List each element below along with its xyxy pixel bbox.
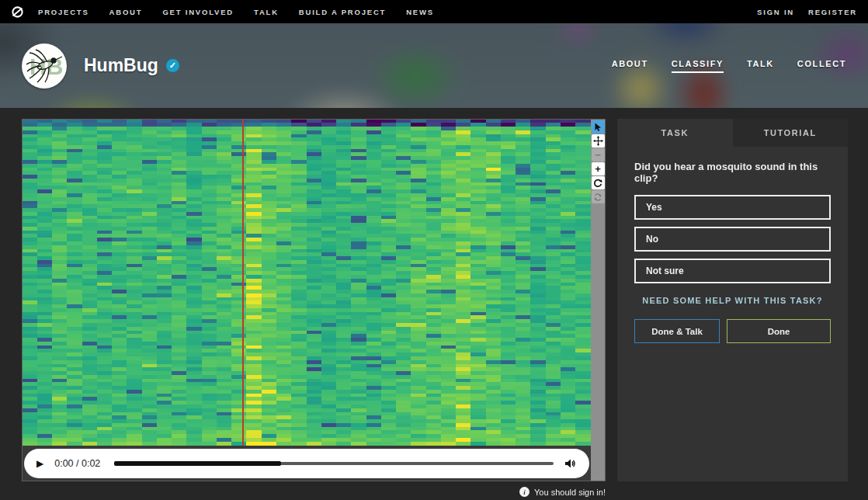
zooniverse-logo-icon[interactable] <box>11 5 24 19</box>
done-button[interactable]: Done <box>727 319 831 343</box>
project-nav: ABOUT CLASSIFY TALK COLLECT <box>612 59 846 73</box>
topbar-nav: PROJECTS ABOUT GET INVOLVED TALK BUILD A… <box>38 8 434 16</box>
tool-pan-button[interactable] <box>592 134 605 148</box>
volume-icon[interactable] <box>564 458 577 469</box>
project-nav-collect[interactable]: COLLECT <box>797 59 846 73</box>
tool-reset-button[interactable] <box>592 190 605 203</box>
audio-progress-fill <box>114 461 281 466</box>
project-nav-about[interactable]: ABOUT <box>612 59 648 73</box>
topbar-item-projects[interactable]: PROJECTS <box>38 8 89 16</box>
audio-progress-bar[interactable] <box>114 462 554 465</box>
audio-player-strip: ▶ 0:00 / 0:02 <box>23 446 591 481</box>
project-title: HumBug <box>84 55 158 76</box>
verified-badge-icon: ✓ <box>166 59 179 72</box>
done-and-talk-button[interactable]: Done & Talk <box>634 319 720 343</box>
task-panel: TASK TUTORIAL Did you hear a mosquito so… <box>617 119 848 481</box>
tab-task[interactable]: TASK <box>617 119 733 147</box>
topbar-item-news[interactable]: NEWS <box>406 8 434 16</box>
spectrogram-canvas[interactable] <box>23 120 591 446</box>
sign-in-note: i You should sign in! <box>22 487 606 497</box>
subject-viewer: ▶ 0:00 / 0:02 <box>22 119 606 481</box>
task-help-link[interactable]: NEED SOME HELP WITH THIS TASK? <box>634 296 831 305</box>
topbar-account-links: SIGN IN REGISTER <box>757 8 857 16</box>
answer-button-not-sure[interactable]: Not sure <box>634 259 831 283</box>
topbar-item-get-involved[interactable]: GET INVOLVED <box>162 8 234 16</box>
topbar-item-talk[interactable]: TALK <box>254 8 279 16</box>
project-banner: HB HumBug ✓ ABOUT CLASSIFY TA <box>0 23 868 108</box>
top-navigation-bar: PROJECTS ABOUT GET INVOLVED TALK BUILD A… <box>0 0 868 23</box>
image-toolbar: − + <box>591 120 605 481</box>
task-question: Did you hear a mosquito sound in this cl… <box>634 161 831 184</box>
tool-rotate-button[interactable] <box>592 176 605 189</box>
tab-tutorial[interactable]: TUTORIAL <box>733 119 849 147</box>
topbar-item-build-a-project[interactable]: BUILD A PROJECT <box>299 8 386 16</box>
register-link[interactable]: REGISTER <box>808 8 857 16</box>
audio-player: ▶ 0:00 / 0:02 <box>24 449 589 478</box>
project-nav-talk[interactable]: TALK <box>747 59 774 73</box>
answer-button-yes[interactable]: Yes <box>634 195 831 220</box>
info-icon: i <box>519 487 529 497</box>
tool-pointer-button[interactable] <box>592 120 605 134</box>
answer-button-no[interactable]: No <box>634 227 831 252</box>
play-button[interactable]: ▶ <box>36 459 43 468</box>
project-nav-classify[interactable]: CLASSIFY <box>672 59 724 73</box>
sign-in-link[interactable]: SIGN IN <box>757 8 794 16</box>
task-panel-tabs: TASK TUTORIAL <box>617 119 848 147</box>
tool-zoom-out-button[interactable]: − <box>592 148 605 161</box>
topbar-item-about[interactable]: ABOUT <box>109 8 143 16</box>
audio-time-label: 0:00 / 0:02 <box>54 458 100 469</box>
sign-in-note-text: You should sign in! <box>534 488 606 497</box>
tool-zoom-in-button[interactable]: + <box>592 162 605 175</box>
project-avatar: HB <box>22 43 67 89</box>
